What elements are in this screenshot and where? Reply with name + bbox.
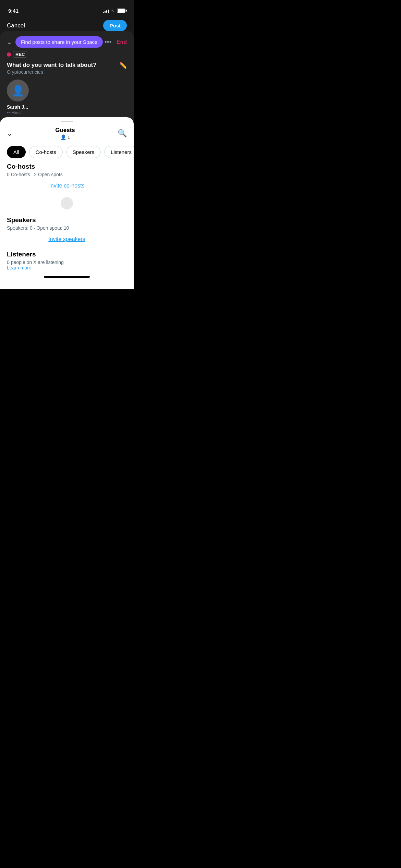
space-card: ⌄ Find posts to share in your Space ••• …: [0, 31, 134, 121]
guests-sheet: ⌄ Guests 👤 1 🔍 All Co-hosts Speakers Lis…: [0, 117, 134, 289]
space-topic-title: What do you want to talk about?: [7, 62, 97, 69]
host-role: •• Host: [7, 110, 21, 115]
host-name: Sarah J...: [7, 104, 28, 110]
cohosts-subtitle: 0 Co-hosts · 2 Open spots: [7, 172, 127, 177]
speakers-subtitle: Speakers: 0 · Open spots: 10: [7, 225, 127, 231]
host-avatar-section: 👤 Sarah J... •• Host: [7, 80, 127, 115]
sheet-title: Guests: [55, 127, 75, 134]
cancel-button[interactable]: Cancel: [7, 22, 25, 29]
more-options-icon[interactable]: •••: [105, 38, 112, 46]
chevron-down-icon[interactable]: ⌄: [7, 38, 12, 46]
cohosts-title: Co-hosts: [7, 163, 127, 170]
space-topic-text: What do you want to talk about? Cryptocu…: [7, 62, 97, 75]
listeners-title: Listeners: [7, 251, 127, 258]
listeners-subtitle: 0 people on X are listening Learn more: [7, 260, 127, 270]
space-topic: What do you want to talk about? Cryptocu…: [7, 62, 127, 75]
signal-icon: [103, 9, 109, 13]
sheet-header: ⌄ Guests 👤 1 🔍: [0, 127, 134, 143]
filter-tab-speakers[interactable]: Speakers: [66, 146, 101, 158]
speakers-title: Speakers: [7, 216, 127, 224]
invite-speakers-link[interactable]: Invite speakers: [7, 236, 127, 242]
filter-tab-cohosts[interactable]: Co-hosts: [29, 146, 63, 158]
space-header-left: ⌄ Find posts to share in your Space: [7, 36, 103, 48]
space-header-right: ••• End: [105, 38, 127, 46]
wifi-icon: ∿: [111, 8, 115, 13]
cohosts-section: Co-hosts 0 Co-hosts · 2 Open spots Invit…: [7, 163, 127, 189]
avatar-placeholder-icon: 👤: [12, 85, 24, 97]
status-bar: 9:41 ∿: [0, 0, 134, 16]
filter-tabs: All Co-hosts Speakers Listeners: [0, 143, 134, 163]
space-card-header: ⌄ Find posts to share in your Space ••• …: [7, 36, 127, 48]
sheet-title-section: Guests 👤 1: [55, 127, 75, 140]
end-button[interactable]: End: [117, 39, 127, 45]
learn-more-link[interactable]: Learn more: [7, 265, 32, 270]
status-time: 9:41: [8, 8, 19, 14]
sheet-content: Co-hosts 0 Co-hosts · 2 Open spots Invit…: [0, 163, 134, 270]
guest-count: 1: [68, 135, 70, 140]
home-indicator: [44, 276, 90, 278]
battery-icon: [117, 9, 125, 13]
listeners-section: Listeners 0 people on X are listening Le…: [7, 251, 127, 270]
rec-badge: REC: [7, 51, 127, 58]
avatar: 👤: [7, 80, 29, 101]
filter-tab-listeners[interactable]: Listeners: [104, 146, 134, 158]
rec-label: REC: [13, 51, 27, 58]
find-posts-tooltip[interactable]: Find posts to share in your Space: [15, 36, 103, 48]
rec-dot: [7, 52, 11, 57]
search-button[interactable]: 🔍: [118, 129, 127, 138]
invite-cohosts-link[interactable]: Invite co-hosts: [7, 183, 127, 189]
section-divider: [61, 197, 73, 209]
person-icon: 👤: [60, 134, 66, 140]
status-icons: ∿: [103, 8, 125, 13]
role-dots-icon: ••: [7, 110, 10, 115]
filter-tab-all[interactable]: All: [7, 146, 26, 158]
sheet-handle: [61, 121, 73, 122]
speakers-section: Speakers Speakers: 0 · Open spots: 10 In…: [7, 216, 127, 242]
sheet-chevron-down-icon[interactable]: ⌄: [7, 129, 13, 137]
post-button[interactable]: Post: [103, 20, 127, 31]
edit-icon[interactable]: ✏️: [119, 62, 127, 69]
sheet-count: 👤 1: [55, 134, 75, 140]
space-topic-subtitle: Cryptocurrencies: [7, 69, 97, 75]
